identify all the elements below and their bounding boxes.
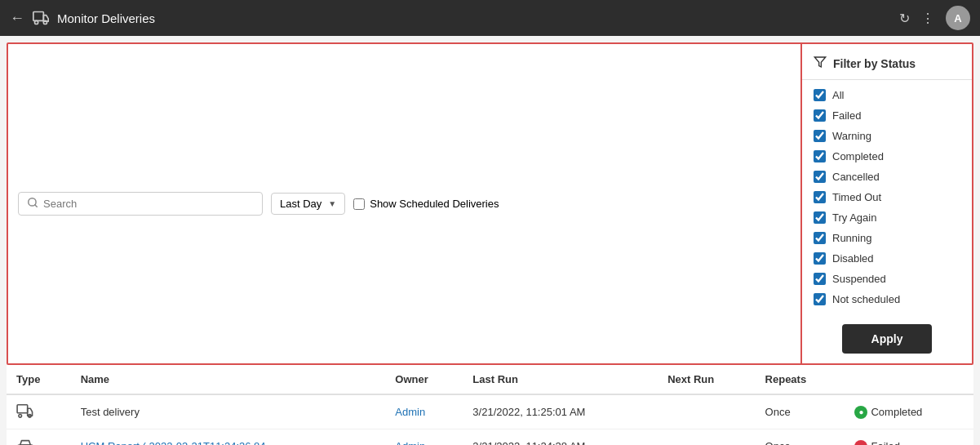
status-dot: ● xyxy=(854,406,867,419)
col-name: Name xyxy=(71,365,386,394)
filter-label-running: Running xyxy=(832,232,871,244)
filter-checkbox-failed[interactable] xyxy=(814,109,826,122)
delivery-name-link[interactable]: HCM Report ( 2022-03-21T11:24:36.84... xyxy=(81,440,275,445)
status-badge: ● Failed xyxy=(854,440,964,446)
show-scheduled-checkbox[interactable] xyxy=(353,198,365,210)
status-dot: ● xyxy=(854,440,867,446)
filter-item[interactable]: Cancelled xyxy=(814,168,960,185)
filter-item[interactable]: Running xyxy=(814,229,960,247)
filter-item[interactable]: Suspended xyxy=(814,270,960,287)
col-status xyxy=(845,365,973,394)
svg-marker-5 xyxy=(814,57,825,67)
cell-next-run xyxy=(658,394,755,429)
svg-point-7 xyxy=(19,415,22,418)
status-badge: ● Completed xyxy=(854,406,964,419)
avatar[interactable]: A xyxy=(946,6,970,30)
svg-rect-0 xyxy=(33,12,44,21)
filter-label-failed: Failed xyxy=(832,109,861,122)
search-input[interactable] xyxy=(43,198,254,210)
filter-label-cancelled: Cancelled xyxy=(832,171,880,183)
filter-label-all: All xyxy=(832,89,844,101)
col-repeats: Repeats xyxy=(756,365,845,394)
toolbar-filter-container: Last Day ▼ Show Scheduled Deliveries xyxy=(7,42,973,365)
filter-title: Filter by Status xyxy=(833,57,916,70)
cell-last-run: 3/21/2022, 11:24:38 AM xyxy=(463,429,658,446)
filter-item[interactable]: Warning xyxy=(814,127,960,145)
col-next-run: Next Run xyxy=(658,365,755,394)
back-button[interactable]: ← xyxy=(10,10,24,27)
col-last-run: Last Run xyxy=(463,365,658,394)
cell-owner: Admin xyxy=(385,394,463,429)
topbar: ← Monitor Deliveries ↻ ⋮ A xyxy=(0,0,980,36)
filter-item[interactable]: Try Again xyxy=(814,209,960,226)
cell-repeats: Once xyxy=(756,429,845,446)
svg-point-1 xyxy=(35,20,38,24)
filter-checkbox-completed[interactable] xyxy=(814,150,826,162)
topbar-actions: ↻ ⋮ A xyxy=(899,6,970,30)
more-icon[interactable]: ⋮ xyxy=(921,11,934,26)
filter-list: AllFailedWarningCompletedCancelledTimed … xyxy=(802,80,972,314)
delivery-icon xyxy=(33,10,49,26)
filter-label-not-scheduled: Not scheduled xyxy=(832,293,900,305)
status-label: Failed xyxy=(871,440,899,445)
deliveries-table: Type Name Owner Last Run Next Run Repeat… xyxy=(7,365,973,445)
filter-item[interactable]: Completed xyxy=(814,148,960,165)
toolbar: Last Day ▼ Show Scheduled Deliveries xyxy=(8,44,800,363)
main-content: Last Day ▼ Show Scheduled Deliveries xyxy=(0,36,980,445)
svg-point-2 xyxy=(43,20,47,24)
time-dropdown[interactable]: Last Day ▼ xyxy=(271,193,345,215)
filter-checkbox-warning[interactable] xyxy=(814,130,826,142)
table-container: Type Name Owner Last Run Next Run Repeat… xyxy=(7,365,973,445)
filter-item[interactable]: Timed Out xyxy=(814,189,960,206)
filter-checkbox-not-scheduled[interactable] xyxy=(814,293,826,305)
table-header-row: Type Name Owner Last Run Next Run Repeat… xyxy=(7,365,973,394)
time-selected: Last Day xyxy=(280,198,321,210)
filter-checkbox-disabled[interactable] xyxy=(814,252,826,265)
filter-label-suspended: Suspended xyxy=(832,273,886,285)
status-label: Completed xyxy=(871,406,922,418)
filter-checkbox-cancelled[interactable] xyxy=(814,171,826,183)
cell-name[interactable]: HCM Report ( 2022-03-21T11:24:36.84... xyxy=(71,429,386,446)
filter-checkbox-all[interactable] xyxy=(814,89,826,101)
filter-checkbox-timed-out[interactable] xyxy=(814,191,826,203)
apply-button[interactable]: Apply xyxy=(842,324,933,354)
filter-label-completed: Completed xyxy=(832,150,884,162)
reload-icon[interactable]: ↻ xyxy=(899,11,910,26)
cell-status: ● Failed xyxy=(845,429,973,446)
svg-rect-6 xyxy=(17,405,28,413)
cell-last-run: 3/21/2022, 11:25:01 AM xyxy=(463,394,658,429)
cell-next-run xyxy=(658,429,755,446)
truck-icon xyxy=(16,408,34,421)
filter-item[interactable]: Not scheduled xyxy=(814,291,960,308)
filter-icon xyxy=(814,56,827,71)
filter-checkbox-running[interactable] xyxy=(814,232,826,244)
table-row[interactable]: Test deliveryAdmin3/21/2022, 11:25:01 AM… xyxy=(7,394,973,429)
filter-header: Filter by Status xyxy=(802,44,972,80)
filter-label-try-again: Try Again xyxy=(832,211,876,224)
col-type: Type xyxy=(7,365,71,394)
filter-checkbox-try-again[interactable] xyxy=(814,211,826,224)
cell-type xyxy=(7,429,71,446)
filter-item[interactable]: Failed xyxy=(814,107,960,124)
filter-item[interactable]: Disabled xyxy=(814,250,960,267)
cell-name: Test delivery xyxy=(71,394,386,429)
search-wrapper[interactable] xyxy=(18,192,263,216)
show-scheduled-toggle[interactable]: Show Scheduled Deliveries xyxy=(353,198,499,210)
filter-label-warning: Warning xyxy=(832,130,871,142)
cell-owner: Admin xyxy=(385,429,463,446)
filter-panel: Filter by Status AllFailedWarningComplet… xyxy=(800,44,972,363)
cell-repeats: Once xyxy=(756,394,845,429)
filter-item[interactable]: All xyxy=(814,87,960,104)
cell-type xyxy=(7,394,71,429)
filter-label-timed-out: Timed Out xyxy=(832,191,881,203)
dropdown-arrow-icon: ▼ xyxy=(328,199,336,208)
svg-line-4 xyxy=(35,205,38,207)
show-scheduled-label: Show Scheduled Deliveries xyxy=(370,198,499,210)
cell-status: ● Completed xyxy=(845,394,973,429)
search-icon xyxy=(27,197,38,211)
filter-label-disabled: Disabled xyxy=(832,252,874,265)
col-owner: Owner xyxy=(385,365,463,394)
filter-checkbox-suspended[interactable] xyxy=(814,273,826,285)
table-row[interactable]: HCM Report ( 2022-03-21T11:24:36.84...Ad… xyxy=(7,429,973,446)
filter-apply-area: Apply xyxy=(802,314,972,363)
